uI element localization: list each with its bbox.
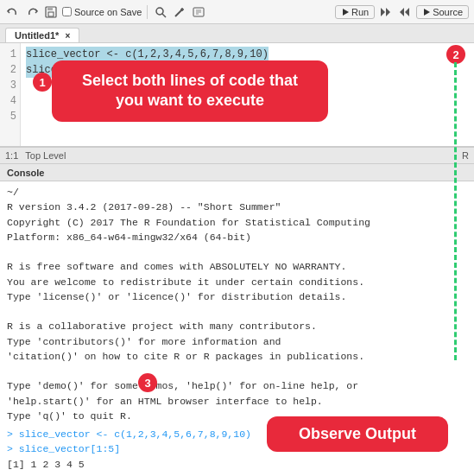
- console-area: Console ~/ R version 3.4.2 (2017-09-28) …: [0, 164, 474, 476]
- cursor-position: 1:1: [5, 150, 18, 161]
- line-num-5: 5: [3, 109, 16, 124]
- line-num-2: 2: [3, 62, 16, 78]
- line-numbers: 1 2 3 4 5: [0, 43, 21, 146]
- status-bar: 1:1 Top Level R: [0, 147, 474, 164]
- main-window: Source on Save Run Source Untitle: [0, 0, 474, 476]
- svg-line-5: [175, 10, 182, 16]
- code-line-5: [26, 109, 469, 124]
- code-line-3: [26, 78, 469, 93]
- undo-icon[interactable]: [5, 4, 21, 20]
- run-button[interactable]: Run: [335, 5, 375, 19]
- tab-close-icon[interactable]: ×: [65, 31, 70, 41]
- magic-wand-icon[interactable]: [172, 4, 187, 20]
- source-on-save-input[interactable]: [62, 7, 72, 16]
- search-icon[interactable]: [153, 4, 168, 20]
- r-indicator: R: [462, 150, 469, 161]
- code-line-2: slice_vector[1:5]: [26, 62, 469, 78]
- badge-1: 1: [33, 73, 52, 92]
- line-num-4: 4: [3, 93, 16, 109]
- svg-marker-12: [343, 9, 349, 16]
- code-line-4: [26, 93, 469, 109]
- source-on-save-checkbox[interactable]: Source on Save: [62, 7, 142, 17]
- svg-marker-15: [405, 8, 409, 16]
- svg-marker-17: [424, 9, 430, 16]
- top-level-indicator: Top Level: [25, 150, 66, 161]
- svg-rect-1: [47, 7, 53, 10]
- editor-area[interactable]: 1 2 3 4 5 slice_vector <- c(1,2,3,4,5,6,…: [0, 43, 474, 147]
- save-icon[interactable]: [43, 4, 59, 20]
- console-commands: > slice_vector <- c(1,2,3,4,5,6,7,8,9,10…: [0, 427, 474, 476]
- toolbar: Source on Save Run Source: [0, 0, 474, 24]
- svg-line-4: [162, 14, 166, 17]
- tab-bar: Untitled1* ×: [0, 24, 474, 43]
- svg-marker-14: [386, 8, 390, 16]
- source-on-save-label: Source on Save: [74, 7, 142, 17]
- tab-untitled1[interactable]: Untitled1* ×: [5, 28, 79, 42]
- console-text: ~/ R version 3.4.2 (2017-09-28) -- "Shor…: [0, 181, 474, 427]
- code-content[interactable]: slice_vector <- c(1,2,3,4,5,6,7,8,9,10) …: [21, 43, 474, 146]
- svg-marker-16: [400, 8, 404, 16]
- svg-marker-13: [381, 8, 385, 16]
- redo-icon[interactable]: [24, 4, 40, 20]
- line-num-1: 1: [3, 47, 16, 62]
- run-all-icon[interactable]: [378, 4, 394, 20]
- run-prev-icon[interactable]: [397, 4, 413, 20]
- code-line-1: slice_vector <- c(1,2,3,4,5,6,7,8,9,10): [26, 47, 469, 62]
- source-button[interactable]: Source: [416, 5, 469, 19]
- code-text-1: slice_vector <- c(1,2,3,4,5,6,7,8,9,10): [26, 47, 269, 62]
- line-num-3: 3: [3, 78, 16, 93]
- chunk-icon[interactable]: [191, 4, 206, 20]
- svg-rect-2: [48, 12, 54, 16]
- svg-point-3: [156, 8, 163, 15]
- separator1: [147, 5, 148, 19]
- console-header: Console: [0, 164, 474, 181]
